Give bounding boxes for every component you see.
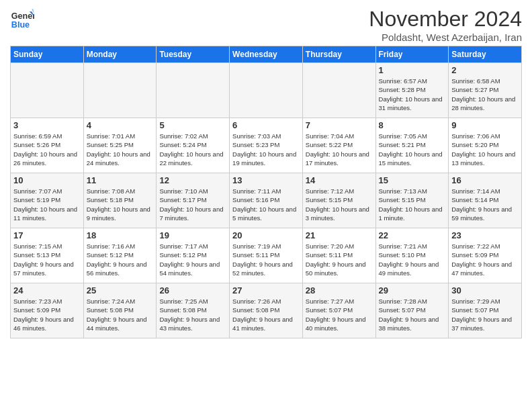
day-info: Sunrise: 7:24 AM Sunset: 5:08 PM Dayligh… — [87, 297, 154, 332]
week-row-4: 17Sunrise: 7:15 AM Sunset: 5:13 PM Dayli… — [11, 228, 522, 283]
day-info: Sunrise: 7:17 AM Sunset: 5:12 PM Dayligh… — [159, 242, 226, 277]
week-row-2: 3Sunrise: 6:59 AM Sunset: 5:26 PM Daylig… — [11, 118, 522, 173]
day-number: 23 — [451, 230, 519, 240]
day-info: Sunrise: 7:29 AM Sunset: 5:07 PM Dayligh… — [451, 297, 519, 332]
day-cell — [230, 63, 303, 118]
day-number: 26 — [159, 285, 226, 295]
day-info: Sunrise: 7:08 AM Sunset: 5:18 PM Dayligh… — [87, 187, 154, 222]
day-cell: 10Sunrise: 7:07 AM Sunset: 5:19 PM Dayli… — [11, 173, 84, 228]
day-number: 12 — [159, 175, 226, 185]
day-cell: 12Sunrise: 7:10 AM Sunset: 5:17 PM Dayli… — [157, 173, 230, 228]
day-info: Sunrise: 6:59 AM Sunset: 5:26 PM Dayligh… — [13, 132, 81, 167]
day-number: 30 — [451, 285, 519, 295]
calendar-table: Sunday Monday Tuesday Wednesday Thursday… — [10, 46, 522, 338]
day-cell: 18Sunrise: 7:16 AM Sunset: 5:12 PM Dayli… — [83, 228, 157, 283]
day-number: 11 — [87, 175, 154, 185]
day-info: Sunrise: 7:28 AM Sunset: 5:07 PM Dayligh… — [379, 297, 446, 332]
day-cell: 21Sunrise: 7:20 AM Sunset: 5:11 PM Dayli… — [302, 228, 375, 283]
day-cell: 22Sunrise: 7:21 AM Sunset: 5:10 PM Dayli… — [375, 228, 449, 283]
day-cell: 8Sunrise: 7:05 AM Sunset: 5:21 PM Daylig… — [375, 118, 449, 173]
header: General Blue November 2024 Poldasht, Wes… — [10, 7, 522, 43]
col-tuesday: Tuesday — [157, 46, 230, 63]
day-info: Sunrise: 7:05 AM Sunset: 5:21 PM Dayligh… — [379, 132, 446, 167]
day-number: 24 — [13, 285, 81, 295]
day-number: 7 — [306, 120, 373, 130]
day-cell — [83, 63, 157, 118]
day-info: Sunrise: 7:22 AM Sunset: 5:09 PM Dayligh… — [451, 242, 519, 277]
day-number: 15 — [379, 175, 446, 185]
day-info: Sunrise: 7:21 AM Sunset: 5:10 PM Dayligh… — [379, 242, 446, 277]
day-number: 2 — [451, 65, 519, 75]
day-cell: 2Sunrise: 6:58 AM Sunset: 5:27 PM Daylig… — [449, 63, 522, 118]
day-number: 10 — [13, 175, 81, 185]
day-cell: 16Sunrise: 7:14 AM Sunset: 5:14 PM Dayli… — [449, 173, 522, 228]
day-number: 29 — [379, 285, 446, 295]
day-info: Sunrise: 6:57 AM Sunset: 5:28 PM Dayligh… — [379, 77, 446, 112]
day-cell — [157, 63, 230, 118]
col-saturday: Saturday — [449, 46, 522, 63]
day-number: 20 — [232, 230, 300, 240]
day-info: Sunrise: 7:14 AM Sunset: 5:14 PM Dayligh… — [451, 187, 519, 222]
col-wednesday: Wednesday — [230, 46, 303, 63]
day-cell: 20Sunrise: 7:19 AM Sunset: 5:11 PM Dayli… — [230, 228, 303, 283]
day-info: Sunrise: 7:23 AM Sunset: 5:09 PM Dayligh… — [13, 297, 81, 332]
day-number: 9 — [451, 120, 519, 130]
col-sunday: Sunday — [11, 46, 84, 63]
day-cell: 19Sunrise: 7:17 AM Sunset: 5:12 PM Dayli… — [157, 228, 230, 283]
day-number: 3 — [13, 120, 81, 130]
day-info: Sunrise: 7:13 AM Sunset: 5:15 PM Dayligh… — [379, 187, 446, 222]
day-info: Sunrise: 7:15 AM Sunset: 5:13 PM Dayligh… — [13, 242, 81, 277]
day-info: Sunrise: 7:25 AM Sunset: 5:08 PM Dayligh… — [159, 297, 226, 332]
day-number: 18 — [87, 230, 154, 240]
day-cell: 11Sunrise: 7:08 AM Sunset: 5:18 PM Dayli… — [83, 173, 157, 228]
day-cell — [11, 63, 84, 118]
day-cell: 27Sunrise: 7:26 AM Sunset: 5:08 PM Dayli… — [230, 283, 303, 338]
week-row-3: 10Sunrise: 7:07 AM Sunset: 5:19 PM Dayli… — [11, 173, 522, 228]
day-number: 27 — [232, 285, 300, 295]
day-cell: 14Sunrise: 7:12 AM Sunset: 5:15 PM Dayli… — [302, 173, 375, 228]
day-cell: 6Sunrise: 7:03 AM Sunset: 5:23 PM Daylig… — [230, 118, 303, 173]
day-cell: 24Sunrise: 7:23 AM Sunset: 5:09 PM Dayli… — [11, 283, 84, 338]
day-cell: 26Sunrise: 7:25 AM Sunset: 5:08 PM Dayli… — [157, 283, 230, 338]
day-info: Sunrise: 7:27 AM Sunset: 5:07 PM Dayligh… — [306, 297, 373, 332]
day-cell: 4Sunrise: 7:01 AM Sunset: 5:25 PM Daylig… — [83, 118, 157, 173]
day-number: 4 — [87, 120, 154, 130]
day-number: 28 — [306, 285, 373, 295]
day-cell: 9Sunrise: 7:06 AM Sunset: 5:20 PM Daylig… — [449, 118, 522, 173]
day-cell: 17Sunrise: 7:15 AM Sunset: 5:13 PM Dayli… — [11, 228, 84, 283]
day-info: Sunrise: 7:07 AM Sunset: 5:19 PM Dayligh… — [13, 187, 81, 222]
page-subtitle: Poldasht, West Azerbaijan, Iran — [369, 32, 522, 43]
day-cell: 3Sunrise: 6:59 AM Sunset: 5:26 PM Daylig… — [11, 118, 84, 173]
day-info: Sunrise: 7:04 AM Sunset: 5:22 PM Dayligh… — [306, 132, 373, 167]
day-cell: 7Sunrise: 7:04 AM Sunset: 5:22 PM Daylig… — [302, 118, 375, 173]
col-friday: Friday — [375, 46, 449, 63]
day-cell: 1Sunrise: 6:57 AM Sunset: 5:28 PM Daylig… — [375, 63, 449, 118]
day-cell: 15Sunrise: 7:13 AM Sunset: 5:15 PM Dayli… — [375, 173, 449, 228]
week-row-1: 1Sunrise: 6:57 AM Sunset: 5:28 PM Daylig… — [11, 63, 522, 118]
day-cell: 25Sunrise: 7:24 AM Sunset: 5:08 PM Dayli… — [83, 283, 157, 338]
week-row-5: 24Sunrise: 7:23 AM Sunset: 5:09 PM Dayli… — [11, 283, 522, 338]
day-cell: 28Sunrise: 7:27 AM Sunset: 5:07 PM Dayli… — [302, 283, 375, 338]
day-info: Sunrise: 7:03 AM Sunset: 5:23 PM Dayligh… — [232, 132, 300, 167]
day-number: 14 — [306, 175, 373, 185]
day-number: 8 — [379, 120, 446, 130]
day-cell: 29Sunrise: 7:28 AM Sunset: 5:07 PM Dayli… — [375, 283, 449, 338]
day-info: Sunrise: 7:26 AM Sunset: 5:08 PM Dayligh… — [232, 297, 300, 332]
col-thursday: Thursday — [302, 46, 375, 63]
page-container: General Blue November 2024 Poldasht, Wes… — [0, 0, 532, 342]
day-number: 22 — [379, 230, 446, 240]
day-number: 25 — [87, 285, 154, 295]
day-info: Sunrise: 7:12 AM Sunset: 5:15 PM Dayligh… — [306, 187, 373, 222]
day-number: 21 — [306, 230, 373, 240]
day-cell — [302, 63, 375, 118]
col-monday: Monday — [83, 46, 157, 63]
day-info: Sunrise: 7:01 AM Sunset: 5:25 PM Dayligh… — [87, 132, 154, 167]
logo-icon: General Blue — [10, 7, 34, 31]
day-info: Sunrise: 7:02 AM Sunset: 5:24 PM Dayligh… — [159, 132, 226, 167]
day-info: Sunrise: 7:11 AM Sunset: 5:16 PM Dayligh… — [232, 187, 300, 222]
logo: General Blue — [10, 7, 34, 31]
day-number: 16 — [451, 175, 519, 185]
day-info: Sunrise: 6:58 AM Sunset: 5:27 PM Dayligh… — [451, 77, 519, 112]
day-info: Sunrise: 7:16 AM Sunset: 5:12 PM Dayligh… — [87, 242, 154, 277]
title-section: November 2024 Poldasht, West Azerbaijan,… — [369, 7, 522, 43]
